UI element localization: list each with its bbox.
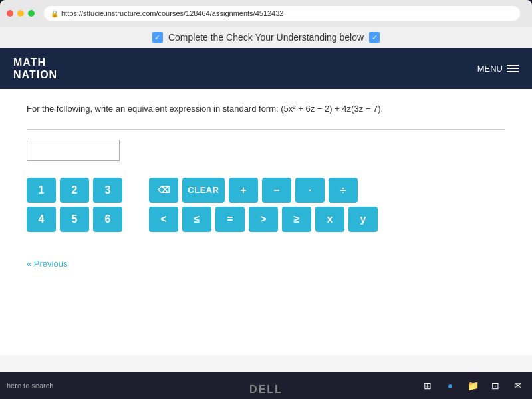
previous-button[interactable]: « Previous <box>27 259 67 269</box>
key-1[interactable]: 1 <box>27 178 56 203</box>
check-symbol: ✓ <box>154 33 160 42</box>
clear-button[interactable]: CLEAR <box>182 178 225 203</box>
notice-checkbox-right: ✓ <box>369 32 380 43</box>
number-grid: 1 2 3 4 5 6 <box>27 178 122 232</box>
maximize-dot[interactable] <box>28 10 35 17</box>
minus-button[interactable]: − <box>262 178 291 203</box>
top-notice: ✓ Complete the Check Your Understanding … <box>0 27 532 48</box>
key-6[interactable]: 6 <box>93 207 122 232</box>
less-than-button[interactable]: < <box>149 207 178 232</box>
taskbar-store-icon[interactable]: ⊡ <box>488 378 503 393</box>
divider <box>27 129 505 130</box>
taskbar-edge-icon[interactable]: ● <box>443 378 458 393</box>
math-nation-header: MATH NATION MENU <box>0 48 532 89</box>
taskbar-folder-icon[interactable]: 📁 <box>466 378 480 393</box>
previous-label: « Previous <box>27 259 67 269</box>
minimize-dot[interactable] <box>17 10 24 17</box>
address-bar[interactable]: 🔒 https://stlucie.instructure.com/course… <box>44 6 520 21</box>
symbol-row-2: < ≤ = > ≥ x y <box>149 207 378 232</box>
multiply-button[interactable]: · <box>295 178 325 203</box>
notice-checkbox: ✓ <box>152 32 163 43</box>
var-y-button[interactable]: y <box>348 207 378 232</box>
key-2[interactable]: 2 <box>60 178 89 203</box>
math-nation-logo: MATH NATION <box>13 56 57 81</box>
taskbar-mail-icon[interactable]: ✉ <box>511 378 525 393</box>
lock-icon: 🔒 <box>51 10 59 17</box>
check-symbol-right: ✓ <box>372 33 378 42</box>
hamburger-icon <box>507 65 519 72</box>
equals-button[interactable]: = <box>215 207 245 232</box>
taskbar-icons: ⊞ ● 📁 ⊡ ✉ <box>420 378 525 393</box>
taskbar-grid-icon[interactable]: ⊞ <box>420 378 435 393</box>
key-3[interactable]: 3 <box>93 178 122 203</box>
plus-button[interactable]: + <box>229 178 258 203</box>
dell-logo: DELL <box>249 384 283 396</box>
divide-button[interactable]: ÷ <box>329 178 358 203</box>
main-content: For the following, write an equivalent e… <box>0 89 532 355</box>
backspace-button[interactable]: ⌫ <box>149 178 178 203</box>
keypad-container: 1 2 3 4 5 6 ⌫ CLEAR + − · ÷ <box>27 178 505 232</box>
key-4[interactable]: 4 <box>27 207 56 232</box>
close-dot[interactable] <box>7 10 13 17</box>
taskbar-search-text: here to search <box>7 382 53 390</box>
browser-chrome: 🔒 https://stlucie.instructure.com/course… <box>0 0 532 27</box>
menu-button[interactable]: MENU <box>477 64 519 74</box>
key-5[interactable]: 5 <box>60 207 89 232</box>
symbol-row-1: ⌫ CLEAR + − · ÷ <box>149 178 378 203</box>
greater-than-button[interactable]: > <box>249 207 278 232</box>
greater-equal-button[interactable]: ≥ <box>282 207 311 232</box>
nav-buttons: « Previous <box>27 252 505 275</box>
menu-label: MENU <box>477 64 503 74</box>
answer-input[interactable] <box>27 140 120 161</box>
var-x-button[interactable]: x <box>315 207 344 232</box>
browser-content: ✓ Complete the Check Your Understanding … <box>0 27 532 372</box>
url-text: https://stlucie.instructure.com/courses/… <box>61 9 283 17</box>
symbol-grid: ⌫ CLEAR + − · ÷ < ≤ = > ≥ x y <box>149 178 378 232</box>
question-text: For the following, write an equivalent e… <box>27 102 505 116</box>
notice-text: Complete the Check Your Understanding be… <box>168 32 364 43</box>
less-equal-button[interactable]: ≤ <box>182 207 211 232</box>
